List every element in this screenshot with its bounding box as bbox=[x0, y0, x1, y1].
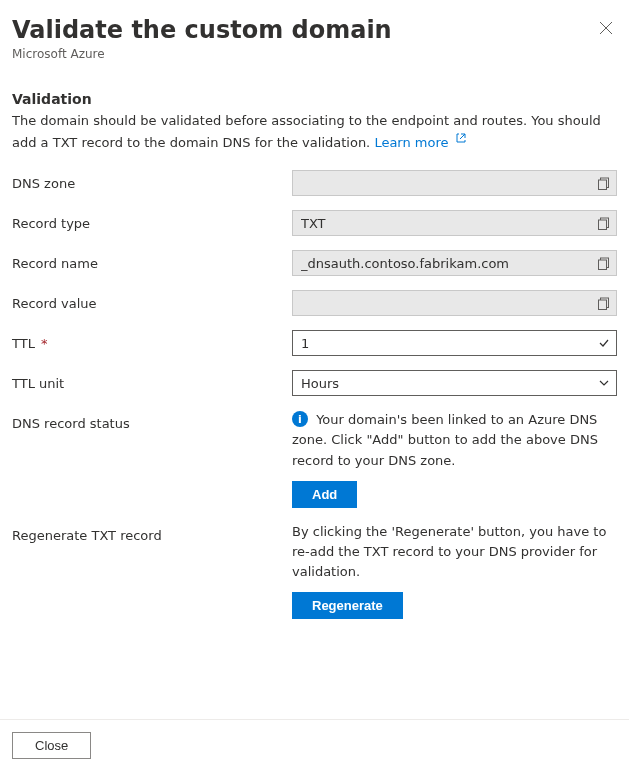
copy-icon[interactable] bbox=[597, 177, 610, 190]
row-record-name: Record name _dnsauth.contoso.fabrikam.co… bbox=[12, 250, 617, 276]
close-icon[interactable] bbox=[595, 16, 617, 43]
panel-header: Validate the custom domain Microsoft Azu… bbox=[12, 16, 617, 61]
learn-more-label: Learn more bbox=[374, 135, 448, 150]
svg-rect-5 bbox=[599, 260, 607, 270]
svg-rect-7 bbox=[599, 300, 607, 310]
close-button[interactable]: Close bbox=[12, 732, 91, 759]
copy-icon[interactable] bbox=[597, 297, 610, 310]
record-type-field: TXT bbox=[292, 210, 617, 236]
ttl-unit-value: Hours bbox=[301, 376, 339, 391]
label-record-name: Record name bbox=[12, 250, 292, 271]
external-link-icon bbox=[455, 130, 467, 150]
row-dns-zone: DNS zone bbox=[12, 170, 617, 196]
label-record-type: Record type bbox=[12, 210, 292, 231]
validation-description: The domain should be validated before as… bbox=[12, 111, 612, 153]
label-dns-record-status: DNS record status bbox=[12, 410, 292, 431]
label-ttl: TTL * bbox=[12, 330, 292, 351]
learn-more-link[interactable]: Learn more bbox=[374, 135, 466, 150]
copy-icon[interactable] bbox=[597, 217, 610, 230]
ttl-unit-select[interactable]: Hours bbox=[292, 370, 617, 396]
ttl-label-text: TTL bbox=[12, 336, 35, 351]
page-title: Validate the custom domain bbox=[12, 16, 392, 45]
row-dns-record-status: DNS record status i Your domain's been l… bbox=[12, 410, 617, 507]
panel-footer: Close bbox=[0, 719, 629, 771]
required-marker: * bbox=[37, 336, 48, 351]
chevron-down-icon bbox=[598, 377, 610, 389]
row-ttl-unit: TTL unit Hours bbox=[12, 370, 617, 396]
svg-rect-1 bbox=[599, 180, 607, 190]
copy-icon[interactable] bbox=[597, 257, 610, 270]
label-record-value: Record value bbox=[12, 290, 292, 311]
row-record-value: Record value bbox=[12, 290, 617, 316]
ttl-input[interactable]: 1 bbox=[292, 330, 617, 356]
dns-zone-field bbox=[292, 170, 617, 196]
record-name-field: _dnsauth.contoso.fabrikam.com bbox=[292, 250, 617, 276]
row-ttl: TTL * 1 bbox=[12, 330, 617, 356]
row-regenerate: Regenerate TXT record By clicking the 'R… bbox=[12, 522, 617, 619]
label-regenerate: Regenerate TXT record bbox=[12, 522, 292, 543]
record-value-field bbox=[292, 290, 617, 316]
regenerate-button[interactable]: Regenerate bbox=[292, 592, 403, 619]
record-type-value: TXT bbox=[301, 216, 326, 231]
label-ttl-unit: TTL unit bbox=[12, 370, 292, 391]
label-dns-zone: DNS zone bbox=[12, 170, 292, 191]
check-icon bbox=[598, 337, 610, 349]
validation-section-title: Validation bbox=[12, 91, 617, 107]
svg-rect-3 bbox=[599, 220, 607, 230]
info-icon: i bbox=[292, 411, 308, 427]
page-subtitle: Microsoft Azure bbox=[12, 47, 392, 61]
dns-record-status-text: i Your domain's been linked to an Azure … bbox=[292, 410, 617, 470]
regenerate-text: By clicking the 'Regenerate' button, you… bbox=[292, 522, 617, 582]
header-text: Validate the custom domain Microsoft Azu… bbox=[12, 16, 392, 61]
record-name-value: _dnsauth.contoso.fabrikam.com bbox=[301, 256, 509, 271]
row-record-type: Record type TXT bbox=[12, 210, 617, 236]
status-message: Your domain's been linked to an Azure DN… bbox=[292, 412, 598, 467]
add-button[interactable]: Add bbox=[292, 481, 357, 508]
ttl-value: 1 bbox=[301, 336, 309, 351]
validation-description-text: The domain should be validated before as… bbox=[12, 113, 601, 150]
